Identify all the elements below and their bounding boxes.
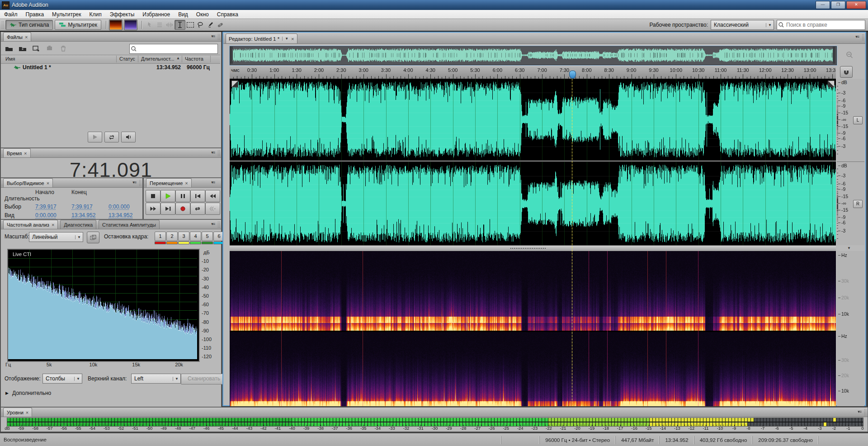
panel-menu-icon[interactable]: ▾≡ [858, 409, 861, 414]
menu-item-3[interactable]: Мультитрек [48, 10, 85, 19]
toolbar-grip[interactable] [1, 21, 4, 29]
close-icon[interactable]: × [24, 151, 27, 156]
amplitude-statistics-tab[interactable]: Статистика Амплитуды [99, 220, 160, 229]
scale-dropdown[interactable]: Линейный ▼ [29, 232, 83, 242]
column-status[interactable]: Статус [119, 56, 135, 62]
waveform-canvas[interactable] [230, 79, 836, 245]
skip-back-button[interactable] [190, 190, 205, 202]
skip-forward-button[interactable] [160, 203, 175, 215]
menu-item-4[interactable]: Клип [85, 10, 106, 19]
workspace-dropdown[interactable]: Классический ▼ [711, 20, 774, 30]
scan-button[interactable]: Сканировать [181, 374, 227, 384]
insert-into-multitrack-icon[interactable] [31, 44, 42, 53]
selection-duration-value[interactable]: 0:00.000 [108, 204, 130, 210]
trash-icon[interactable] [58, 44, 69, 53]
selection-end-value[interactable]: 7:39.917 [71, 204, 108, 210]
menu-item-7[interactable]: Вид [174, 10, 192, 19]
marquee-selection-tool-icon[interactable] [185, 20, 195, 29]
spectrogram-display[interactable] [230, 251, 836, 406]
menu-item-6[interactable]: Избранное [138, 10, 174, 19]
column-samplerate[interactable]: Частота [185, 56, 203, 62]
panel-menu-icon[interactable]: ▾≡ [132, 180, 136, 185]
snap-button[interactable] [840, 66, 853, 78]
hold-frame-button-2[interactable]: 2 [166, 232, 178, 241]
files-search-box[interactable] [129, 44, 218, 54]
collapse-arrow-icon[interactable]: ▼ [847, 246, 851, 250]
maximize-button[interactable]: ❐ [831, 1, 845, 9]
transport-tab[interactable]: Перемещение× [146, 178, 192, 187]
zoom-out-icon[interactable] [844, 50, 855, 61]
spectral-display-toggle[interactable] [109, 19, 123, 30]
frequency-graph-canvas[interactable] [8, 250, 197, 359]
close-icon[interactable]: × [185, 181, 188, 185]
levels-tab[interactable]: Уровни× [3, 408, 32, 417]
advanced-toggle[interactable]: ▶ Дополнительно [5, 390, 51, 396]
playhead-line[interactable] [572, 79, 572, 406]
corner-widget-right[interactable] [828, 81, 835, 87]
view-duration-value[interactable]: 13:34.952 [108, 212, 132, 218]
selection-view-tab[interactable]: Выбор/Видимое× [3, 178, 53, 187]
corner-widget-left[interactable] [231, 81, 238, 87]
frequency-graph[interactable]: Live CTI [7, 249, 200, 362]
close-icon[interactable]: × [25, 35, 28, 39]
autoplay-button[interactable] [121, 132, 136, 142]
view-end-value[interactable]: 13:34.952 [71, 212, 108, 218]
import-disabled-icon[interactable] [44, 44, 55, 53]
slip-tool-icon[interactable] [155, 20, 165, 29]
waveform-display[interactable] [230, 79, 836, 245]
close-button[interactable]: ✕ [846, 1, 866, 9]
preview-play-button[interactable] [88, 132, 102, 142]
overview-strip[interactable] [230, 46, 837, 65]
overview-waveform-canvas[interactable] [230, 47, 835, 64]
stop-button[interactable] [146, 190, 160, 202]
move-tool-icon[interactable] [145, 20, 155, 29]
spectral-pitch-toggle[interactable] [124, 19, 137, 30]
slip-button[interactable] [205, 203, 220, 215]
help-search-input[interactable] [785, 21, 855, 28]
panel-menu-icon[interactable]: ▾≡ [855, 34, 859, 39]
waveform-view-button[interactable]: Тип сигнала [5, 20, 53, 30]
top-channel-dropdown[interactable]: Left▼ [131, 374, 181, 384]
paintbrush-selection-tool-icon[interactable] [205, 20, 215, 29]
menu-item-5[interactable]: Эффекты [106, 10, 139, 19]
loop-button[interactable] [190, 203, 205, 215]
loop-preview-button[interactable] [104, 132, 119, 142]
close-icon[interactable]: × [47, 181, 49, 185]
display-dropdown[interactable]: Столбы▼ [42, 374, 82, 384]
chevron-down-icon[interactable]: ▼ [282, 37, 288, 41]
view-start-value[interactable]: 0:00.000 [35, 212, 71, 218]
file-row[interactable]: Untitled 1 * 13:34.952 96000 Гц [1, 63, 220, 71]
files-tab[interactable]: Файлы× [3, 32, 31, 41]
minimize-button[interactable]: — [816, 1, 830, 9]
column-duration[interactable]: Длительност... [141, 56, 175, 62]
play-button[interactable] [160, 190, 175, 202]
editor-tab[interactable]: Редактор: Untitled 1 * ▼ × [226, 33, 297, 44]
column-name[interactable]: Имя [5, 56, 15, 62]
hold-frame-button-3[interactable]: 3 [178, 232, 189, 241]
spot-healing-brush-tool-icon[interactable] [215, 20, 225, 29]
time-tab[interactable]: Время× [3, 148, 31, 157]
panel-menu-icon[interactable]: ▾≡ [211, 222, 215, 226]
menu-item-1[interactable]: Файл [0, 10, 22, 19]
stretch-tool-icon[interactable] [165, 20, 175, 29]
rewind-button[interactable] [205, 190, 220, 202]
menu-item-9[interactable]: Справка [213, 10, 242, 19]
hold-frame-button-5[interactable]: 5 [202, 232, 213, 241]
panel-menu-icon[interactable]: ▾≡ [211, 150, 215, 155]
time-selection-tool-icon[interactable] [175, 20, 185, 30]
close-icon[interactable]: × [26, 410, 28, 415]
hold-frame-button-4[interactable]: 4 [190, 232, 201, 241]
lasso-selection-tool-icon[interactable] [195, 20, 205, 29]
record-button[interactable] [175, 203, 190, 215]
import-file-icon[interactable] [17, 44, 28, 53]
menu-item-2[interactable]: Правка [22, 10, 48, 19]
channel-R-button[interactable]: R [853, 200, 863, 208]
panel-menu-icon[interactable]: ▾≡ [211, 180, 215, 185]
close-icon[interactable]: × [291, 37, 294, 41]
fast-forward-button[interactable] [146, 203, 160, 215]
playhead-marker[interactable] [569, 71, 576, 79]
pause-button[interactable] [175, 190, 190, 202]
files-search-input[interactable] [138, 45, 212, 52]
frequency-analysis-tab[interactable]: Частотный анализ× [3, 220, 58, 229]
help-search-box[interactable] [777, 20, 865, 30]
